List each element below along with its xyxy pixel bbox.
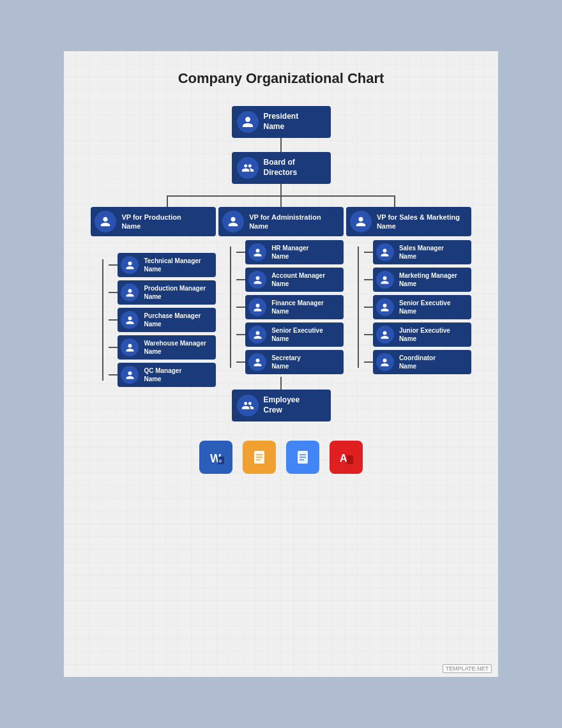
vp-admin-node: VP for Administration Name bbox=[218, 207, 344, 236]
vp-production-node: VP for Production Name bbox=[91, 207, 216, 236]
bottom-app-icons: W ≡ bbox=[83, 441, 479, 474]
marketing-manager-node: Marketing ManagerName bbox=[373, 268, 471, 292]
production-manager-node: Production ManagerName bbox=[118, 280, 216, 305]
technical-manager-node: Technical ManagerName bbox=[118, 253, 216, 277]
google-docs-icon[interactable] bbox=[286, 441, 319, 474]
svg-text:A: A bbox=[340, 453, 347, 464]
v-connector-to-crew bbox=[280, 377, 282, 390]
admin-senior-exec-node: Senior ExecutiveName bbox=[245, 322, 344, 347]
sales-senior-exec-node: Senior ExecutiveName bbox=[373, 295, 471, 319]
finance-manager-node: Finance ManagerName bbox=[245, 295, 344, 319]
employee-crew-text: Employee Crew bbox=[264, 395, 300, 415]
employee-crew-icon bbox=[237, 395, 259, 416]
prod-items: Technical ManagerName Production Manager… bbox=[91, 253, 216, 387]
president-text: President Name bbox=[264, 112, 299, 132]
page-title: Company Organizational Chart bbox=[83, 70, 479, 87]
warehouse-manager-node: Warehouse ManagerName bbox=[118, 335, 216, 360]
vp-row: VP for Production Name bbox=[91, 207, 471, 390]
v-connector-1 bbox=[280, 138, 282, 152]
org-chart: President Name Board of Directors bbox=[83, 106, 479, 421]
president-icon bbox=[237, 111, 259, 133]
production-sub-list bbox=[103, 240, 216, 253]
vp-admin-text: VP for Administration Name bbox=[249, 213, 321, 231]
vp-admin-icon bbox=[222, 211, 244, 232]
production-sub-container bbox=[91, 240, 216, 253]
board-text: Board of Directors bbox=[264, 158, 298, 178]
admin-items: HR ManagerName Account ManagerName bbox=[218, 240, 344, 374]
col-production: VP for Production Name bbox=[91, 207, 216, 387]
sales-manager-node: Sales ManagerName bbox=[373, 240, 471, 264]
col-sales: VP for Sales & Marketing Name Sales Mana… bbox=[346, 207, 471, 374]
word-icon[interactable]: W ≡ bbox=[199, 441, 232, 474]
hr-manager-node: HR ManagerName bbox=[245, 240, 344, 264]
employee-crew-section: Employee Crew bbox=[232, 390, 331, 421]
vp-production-text: VP for Production Name bbox=[121, 213, 181, 231]
pages-icon[interactable] bbox=[243, 441, 276, 474]
purchase-manager-node: Purchase ManagerName bbox=[118, 308, 216, 332]
junior-exec-node: Junior ExecutiveName bbox=[373, 322, 471, 347]
col-administration: VP for Administration Name HR ManagerNam… bbox=[218, 207, 344, 390]
sales-items: Sales ManagerName Marketing ManagerName bbox=[346, 240, 471, 374]
watermark: TEMPLATE.NET bbox=[443, 664, 492, 673]
board-icon bbox=[237, 157, 259, 179]
document-page: Company Organizational Chart President N… bbox=[64, 51, 498, 677]
vp-sales-node: VP for Sales & Marketing Name bbox=[346, 207, 471, 236]
president-node: President Name bbox=[232, 106, 331, 138]
technical-manager-icon bbox=[121, 256, 139, 274]
secretary-node: SecretaryName bbox=[245, 350, 344, 374]
svg-text:≡: ≡ bbox=[218, 458, 222, 464]
svg-rect-16 bbox=[347, 455, 353, 464]
board-node: Board of Directors bbox=[232, 152, 331, 184]
account-manager-node: Account ManagerName bbox=[245, 268, 344, 292]
employee-crew-node: Employee Crew bbox=[232, 390, 331, 421]
v-connector-2 bbox=[280, 184, 282, 195]
coordinator-node: CoordinatorName bbox=[373, 350, 471, 374]
vp-sales-icon bbox=[350, 211, 372, 232]
vp-sales-text: VP for Sales & Marketing Name bbox=[377, 213, 460, 231]
qc-manager-node: QC ManagerName bbox=[118, 363, 216, 387]
vp-production-icon bbox=[95, 211, 116, 232]
pdf-icon[interactable]: A bbox=[330, 441, 363, 474]
